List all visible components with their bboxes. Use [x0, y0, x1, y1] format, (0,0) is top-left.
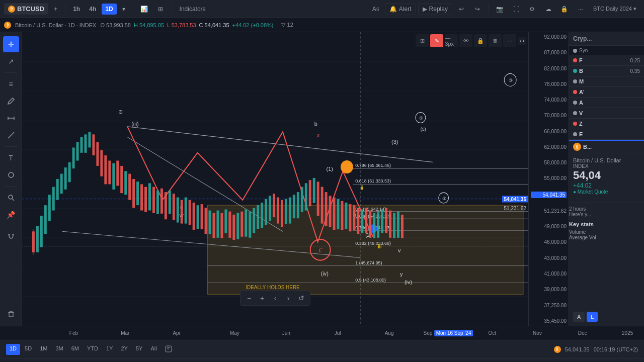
chart-name-btn[interactable]: BTC Daily 2024 ▾ — [590, 4, 640, 14]
btc-watchlist-item[interactable]: ₿ B... — [569, 140, 644, 153]
tf-4h[interactable]: 4h — [86, 4, 100, 15]
chart-area[interactable]: 0.786 (65,061.46) 0.618 (61,330.53) 0.5 … — [22, 32, 528, 326]
tf-tab-1d[interactable]: 1D — [6, 344, 20, 355]
top-toolbar: ₿ BTCUSD + 1h 4h 1D ▾ 📊 ⊞ Indicators A S… — [0, 0, 644, 18]
a-btn[interactable]: A — [573, 312, 585, 322]
symbol-selector[interactable]: ₿ BTCUSD — [4, 3, 48, 15]
tool-sep3 — [5, 186, 17, 187]
tool-sep2 — [5, 146, 17, 147]
settings-btn[interactable]: ⚙ — [525, 2, 539, 16]
svg-rect-85 — [68, 162, 71, 183]
replay-btn[interactable]: ▶ Replay — [418, 3, 452, 15]
delete-chart-btn[interactable]: 🗑 — [489, 34, 502, 47]
svg-rect-112 — [177, 198, 179, 223]
svg-rect-113 — [181, 200, 183, 224]
pointer-tool[interactable]: ↗ — [3, 53, 19, 69]
svg-point-50 — [341, 161, 353, 173]
circle-tool[interactable] — [3, 167, 19, 183]
search-tool[interactable] — [3, 190, 19, 206]
l-btn[interactable]: L — [587, 312, 598, 322]
fullscreen-btn[interactable]: ⛶ — [509, 2, 523, 16]
date-feb: Feb — [69, 330, 78, 336]
tf-tab-5d[interactable]: 5D — [21, 344, 35, 355]
svg-rect-165 — [389, 211, 391, 238]
draw-mode-btn[interactable]: ⊞ — [416, 34, 429, 47]
pen-btn[interactable]: ✎ — [430, 34, 443, 47]
chart-type-btn[interactable]: 📊 — [137, 2, 151, 16]
date-aug: Aug — [385, 330, 394, 336]
tf-dropdown[interactable]: ▾ — [119, 4, 129, 15]
nav-right-btn[interactable]: › — [283, 293, 294, 304]
watchlist-item-m[interactable]: M — [569, 76, 644, 87]
watchlist-item-b[interactable]: B 0.35 — [569, 66, 644, 76]
pin-tool[interactable]: 📌 — [3, 207, 19, 223]
watchlist-item-e[interactable]: E — [569, 129, 644, 140]
svg-rect-125 — [228, 212, 231, 238]
measure-tool[interactable] — [3, 110, 19, 126]
zoom-minus-btn[interactable]: − — [244, 293, 255, 304]
tf-tab-6m[interactable]: 6M — [68, 344, 83, 355]
svg-rect-87 — [76, 142, 79, 161]
tf-tab-all[interactable]: All — [147, 344, 160, 355]
bars-tool[interactable]: ≡ — [3, 76, 19, 92]
price-66k: 66,000.00 — [531, 129, 567, 134]
tf-tab-5y[interactable]: 5Y — [132, 344, 146, 355]
line-tool[interactable] — [3, 127, 19, 143]
tf-tab-custom[interactable] — [162, 344, 176, 355]
b-price: 0.35 — [630, 68, 640, 74]
camera-btn[interactable]: 📷 — [493, 2, 507, 16]
more-chart-btn[interactable]: ··· — [503, 34, 516, 47]
taskbar: TV PRO Stock Screen... ▾ Pine Editor Str… — [0, 358, 644, 362]
layout-icon: ⊞ — [158, 6, 163, 13]
watchlist-item-z[interactable]: Z — [569, 119, 644, 129]
svg-text:v: v — [398, 247, 401, 253]
watchlist-item-a-prime[interactable]: A' — [569, 87, 644, 98]
svg-rect-132 — [257, 205, 259, 229]
svg-rect-96 — [112, 163, 115, 190]
watchlist-item-f[interactable]: F 0.25 — [569, 55, 644, 66]
svg-rect-102 — [136, 182, 139, 205]
lock-btn[interactable]: 🔒 — [557, 2, 572, 16]
watchlist-item-a[interactable]: A — [569, 98, 644, 108]
more-btn[interactable]: ··· — [574, 2, 588, 16]
date-jun: Jun — [282, 330, 290, 336]
layout-btn[interactable]: ⊞ — [153, 2, 168, 16]
indicators-btn[interactable]: Indicators — [176, 4, 209, 15]
tf-1d[interactable]: 1D — [102, 4, 116, 15]
add-symbol-btn[interactable]: + — [50, 4, 61, 15]
tf-tab-1y[interactable]: 1Y — [103, 344, 116, 355]
right-sidebar: Cryp... Syn F 0.25 B 0.35 M A' A — [569, 32, 644, 326]
svg-rect-138 — [281, 200, 283, 227]
draw-tool[interactable] — [3, 93, 19, 109]
v-dot — [573, 111, 577, 115]
nav-next-icon[interactable]: › — [523, 38, 524, 44]
ohlc-change: +44.02 (+0.08%) — [232, 22, 274, 28]
price-70k: 70,000.00 — [531, 113, 567, 118]
eye-btn[interactable]: 👁 — [459, 34, 472, 47]
watchlist-item-v[interactable]: V — [569, 108, 644, 119]
lock-chart-btn[interactable]: 🔒 — [474, 34, 487, 47]
trash-tool[interactable] — [3, 306, 19, 322]
line-width-btn[interactable]: — 3px — [445, 34, 458, 47]
nav-prev-icon[interactable]: ‹ — [520, 38, 521, 44]
publish-btn[interactable]: ☁ — [541, 2, 555, 16]
tf-tab-3m[interactable]: 3M — [52, 344, 66, 355]
plus-icon: + — [54, 6, 57, 13]
alert-btn[interactable]: 🔔 Alert — [385, 3, 416, 15]
tf-tab-1m[interactable]: 1M — [36, 344, 51, 355]
svg-rect-105 — [148, 183, 151, 210]
tf-tab-2y[interactable]: 2Y — [117, 344, 131, 355]
redo-btn[interactable]: ↪ — [470, 2, 485, 16]
nav-left-btn[interactable]: ‹ — [270, 293, 281, 304]
tf-1h[interactable]: 1h — [69, 4, 84, 15]
crosshair-tool[interactable]: ✛ — [3, 36, 19, 52]
a-name: A — [579, 100, 640, 106]
svg-line-3 — [8, 132, 14, 138]
text-tool[interactable]: T — [3, 150, 19, 166]
reset-view-btn[interactable]: ↺ — [296, 293, 307, 304]
magnet-tool[interactable] — [3, 229, 19, 245]
zoom-plus-btn[interactable]: + — [257, 293, 268, 304]
tf-tab-ytd[interactable]: YTD — [84, 344, 102, 355]
undo-btn[interactable]: ↩ — [454, 2, 468, 16]
template-btn[interactable]: A S — [369, 2, 383, 16]
